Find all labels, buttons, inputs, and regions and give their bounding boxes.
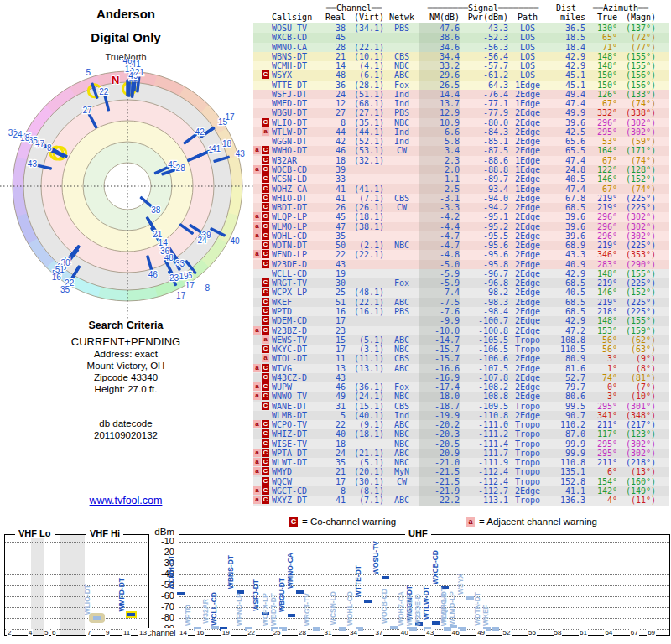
cell-network: NBC [384,458,419,467]
cell-noise-margin: -5.0 [419,260,460,269]
cell-real-channel: 38 [324,23,346,33]
warning-markers: C [253,345,272,354]
co-channel-warning-icon: C [262,278,269,287]
cell-power: -95.1 [460,212,508,221]
warning-markers: aC [253,420,272,429]
cell-distance: 65.5 [547,146,585,155]
channel-tick-label: 46 [451,629,460,636]
cell-callsign: W23BZ-D [272,326,324,335]
cell-network: CW [384,203,419,212]
cell-azimuth-magnetic: (77°) [617,43,656,52]
cell-real-channel: 30 [324,278,346,288]
adjacent-channel-warning-icon: a [262,127,269,136]
cell-callsign: WPTA-DT [272,449,324,458]
warning-markers: C [253,184,272,194]
cell-azimuth-true: 295° [585,402,617,411]
vhf-hi-label: VHF Hi [86,528,123,538]
cell-azimuth-true: 295° [585,127,617,137]
cell-noise-margin: 33.2 [419,61,460,70]
cell-virtual-channel [346,165,384,174]
cell-real-channel: 24 [324,449,346,458]
cell-power: -111.0 [460,420,508,429]
col-magn: (Magn) [617,13,656,22]
warning-markers [253,269,272,278]
search-line: Height: 27.0 ft. [0,383,252,395]
cell-noise-margin: -15.7 [419,345,460,354]
cell-azimuth-true: 56° [585,335,617,345]
warning-markers: C [253,203,272,212]
cell-noise-margin: -16.9 [419,373,460,382]
cell-real-channel: 12 [324,99,346,108]
cell-power: -112.4 [460,467,508,476]
channel-tick-label: 52 [502,629,512,636]
cell-path: LOS [508,23,547,33]
cell-real-channel: 43 [324,260,346,269]
warning-markers: aC [253,458,272,467]
cell-real-channel: 51 [324,298,346,307]
adjacent-channel-warning-icon: a [253,392,261,400]
cell-azimuth-true: 296° [585,222,617,231]
table-row: aCWXYZ-DT41(7.1)ABC-22.2-113.1Tropo136.3… [253,496,669,505]
cell-real-channel: 17 [324,316,346,325]
cell-azimuth-true: 295° [585,439,617,449]
cell-noise-margin: -10.0 [419,326,460,335]
cell-path: 2Edge [508,203,547,212]
col-real: Real [324,13,346,22]
co-channel-warning-icon: C [262,194,269,202]
cell-network [384,373,419,382]
cell-azimuth-true: 150° [585,70,617,80]
co-channel-warning-icon: C [262,402,269,410]
cell-callsign: WSFJ-DT [272,90,324,99]
table-row: CWDEM-CD17-9.9-100.72Edge42.9148°(155°) [253,316,669,325]
cell-distance: 42.9 [547,61,585,70]
cell-distance: 40.5 [547,174,585,184]
warning-markers: aC [253,364,272,373]
co-channel-warning-icon: C [262,345,269,353]
cell-distance: 68.5 [547,298,585,307]
cell-power: -112.7 [460,486,508,496]
cell-network: Ind [384,411,419,420]
cell-virtual-channel: (21.1) [346,449,384,458]
tvfool-link[interactable]: www.tvfool.com [90,495,163,506]
table-row: WCMH-DT14(4.1)NBC33.2-57.7LOS42.9148°(15… [253,61,669,70]
warning-markers [253,52,272,61]
cell-azimuth-true: 0° [585,382,617,392]
cell-virtual-channel: (18.1) [346,429,384,439]
cell-azimuth-magnetic: (10°) [617,392,656,401]
gridline [5,596,148,597]
cell-virtual-channel [346,231,384,241]
channel-tick-label: 34 [349,629,358,636]
cell-network: CBS [384,52,419,61]
cell-azimuth-true: 219° [585,298,617,307]
channel-tick-label: 61 [579,629,588,636]
channel-tick-label: 58 [554,629,563,636]
table-row: WGGN-DT42(52.1)Ind5.8-85.12Edge65.653°(5… [253,137,669,146]
table-row: aCWLQP-LP45(18.1)-4.2-95.12Edge39.6296°(… [253,212,669,221]
cell-power: -88.8 [460,165,508,174]
cell-real-channel: 36 [324,80,346,90]
cell-azimuth-true: 148° [585,269,617,278]
cell-real-channel: 8 [324,486,346,496]
gridline [179,574,669,575]
co-channel-warning-icon: C [262,156,269,164]
cell-virtual-channel [346,439,384,449]
tvfool-report-page: Anderson Digital Only TrueNorth 11134649… [0,0,671,644]
signal-bar-label: WRGT-TV [303,593,311,626]
cell-path: Tropo [508,429,547,439]
cell-power: -95.8 [460,260,508,269]
cell-azimuth-magnetic: (218°) [617,458,656,467]
svg-text:18: 18 [222,139,232,148]
cell-path: Tropo [508,496,547,505]
cell-azimuth-magnetic: (128°) [617,165,656,174]
cell-distance: 110.5 [547,345,585,354]
cell-virtual-channel: (15.1) [346,402,384,411]
cell-callsign: W32AR [272,156,324,165]
cell-path: 2Edge [508,194,547,203]
cell-azimuth-magnetic: (338°) [617,108,656,117]
cell-real-channel: 45 [324,33,346,42]
cell-path: 2Edge [508,278,547,288]
col-pwr: Pwr(dBm) [460,13,508,22]
cell-network [384,156,419,165]
cell-azimuth-magnetic: (225°) [617,241,656,250]
adjacent-channel-warning-icon: a [253,486,261,495]
